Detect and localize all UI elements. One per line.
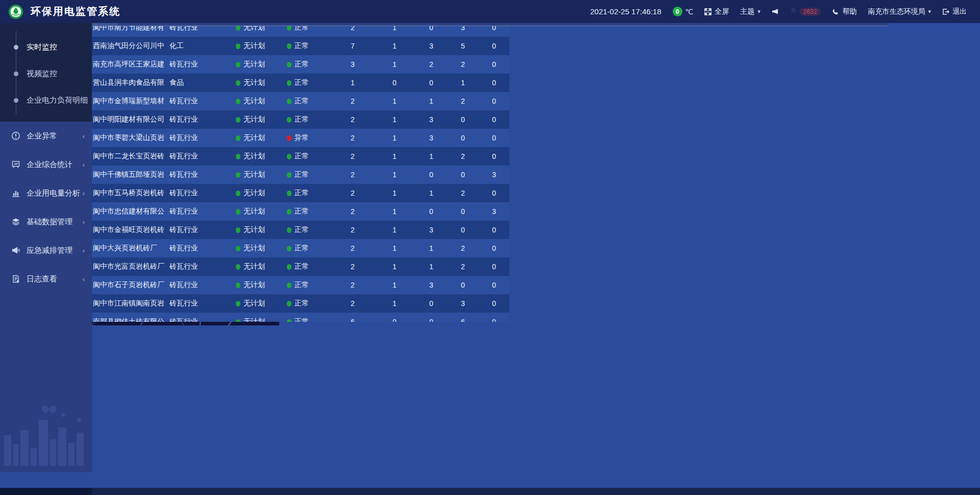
cell-treatment: 正常	[280, 60, 332, 69]
cell-monitor-points: 3	[332, 60, 374, 68]
sidebar-group-1[interactable]: 企业异常‹	[0, 122, 92, 150]
cell-total-meter: 0	[374, 79, 415, 87]
cell-industry: 砖瓦行业	[169, 244, 227, 253]
cell-stop-limit: 无计划	[227, 317, 280, 322]
cell-total-meter: 1	[374, 97, 415, 105]
cell-industry: 食品	[169, 78, 227, 87]
fullscreen-button[interactable]: 全屏	[704, 7, 729, 16]
sidebar-group-6[interactable]: 日志查看‹	[0, 265, 92, 293]
theme-dropdown[interactable]: 主题 ▾	[740, 7, 761, 16]
exit-icon	[942, 8, 949, 15]
sidebar-group-5[interactable]: 应急减排管理‹	[0, 236, 92, 265]
sidebar-item-0[interactable]: 实时监控	[0, 34, 92, 60]
cell-stop: 5	[447, 42, 479, 50]
cell-industry: 砖瓦行业	[169, 152, 227, 161]
cell-stop-limit: 无计划	[227, 133, 280, 143]
cell-industry: 砖瓦行业	[169, 280, 227, 290]
sidebar-group-4[interactable]: 基础数据管理‹	[0, 207, 92, 236]
chevron-left-icon: ‹	[83, 275, 85, 283]
cell-run: 0	[415, 171, 447, 179]
sidebar-item-1[interactable]: 视频监控	[0, 60, 92, 87]
cell-stop-limit: 无计划	[227, 152, 280, 161]
cell-monitor-points: 2	[332, 207, 374, 216]
chevron-left-icon: ‹	[83, 132, 85, 140]
status-dot-green	[236, 282, 240, 288]
cell-run: 0	[415, 318, 447, 322]
cell-monitor-points: 2	[332, 244, 374, 252]
mute-button[interactable]	[772, 8, 778, 15]
sidebar-menu: 数据监测∨实时监控视频监控企业电力负荷明细企业异常‹企业综合统计‹企业用电量分析…	[0, 0, 92, 293]
status-dot-green	[236, 135, 240, 141]
cell-treatment: 正常	[280, 225, 332, 234]
status-dot-green	[287, 80, 291, 86]
cell-monitor-points: 2	[332, 263, 374, 271]
org-dropdown[interactable]: 南充市生态环境局 ▾	[868, 7, 931, 16]
temperature-value-badge: 0	[673, 7, 682, 16]
cell-stop-limit: 无计划	[227, 60, 280, 69]
chevron-left-icon: ‹	[83, 247, 85, 254]
status-dot-green	[236, 301, 240, 307]
bell-icon	[790, 7, 797, 16]
cell-lost: 0	[479, 281, 509, 289]
cell-stop: 3	[447, 299, 479, 308]
app-logo-icon	[8, 4, 23, 19]
cell-industry: 砖瓦行业	[169, 115, 227, 124]
sidebar-group-3[interactable]: 企业用电量分析‹	[0, 179, 92, 207]
cell-stop: 2	[447, 189, 479, 197]
cell-stop-limit: 无计划	[227, 299, 280, 308]
cell-monitor-points: 2	[332, 189, 374, 197]
cell-stop: 6	[447, 318, 479, 322]
cell-stop: 2	[447, 152, 479, 160]
cell-stop-limit: 无计划	[227, 97, 280, 106]
cell-run: 3	[415, 42, 447, 50]
exit-button[interactable]: 退出	[942, 7, 967, 16]
cell-company: 阆中市金博瑞新型墙材	[93, 97, 169, 106]
cell-treatment: 正常	[280, 262, 332, 271]
cell-stop: 0	[447, 226, 479, 234]
cell-industry: 砖瓦行业	[169, 97, 227, 106]
cell-total-meter: 0	[374, 318, 415, 322]
cell-treatment: 正常	[280, 207, 332, 216]
sidebar-group-label: 企业综合统计	[27, 160, 72, 170]
cell-treatment: 正常	[280, 97, 332, 106]
cell-industry: 砖瓦行业	[169, 60, 227, 69]
status-dot-green	[287, 246, 291, 251]
cell-total-meter: 1	[374, 244, 415, 252]
status-dot-green	[287, 172, 291, 178]
notifications-button[interactable]: 2632	[790, 7, 821, 16]
cell-treatment: 正常	[280, 188, 332, 198]
cell-company: 阆中千佛镇五郎垭页岩	[93, 170, 169, 179]
cell-company: 阆中市五马桥页岩机砖	[93, 188, 169, 198]
help-button[interactable]: 帮助	[832, 7, 856, 16]
status-dot-green	[287, 154, 291, 159]
sidebar-item-label: 视频监控	[27, 69, 57, 79]
status-dot-green	[236, 99, 240, 104]
sidebar-item-2[interactable]: 企业电力负荷明细	[0, 87, 92, 113]
sidebar-group-2[interactable]: 企业综合统计‹	[0, 150, 92, 179]
app: 环保用电监管系统 2021-02-25 17:46:18 0 ℃ 全屏 主题 ▾…	[0, 0, 980, 495]
chevron-left-icon: ‹	[83, 190, 85, 197]
sidebar-skyline-decoration	[0, 399, 92, 466]
cell-company: 阆中市金福旺页岩机砖	[93, 225, 169, 234]
cell-run: 3	[415, 281, 447, 289]
cell-company: 西南油气田分公司川中	[93, 41, 169, 51]
status-dot-green	[236, 117, 240, 123]
cell-stop-limit: 无计划	[227, 280, 280, 290]
status-dot-green	[236, 264, 240, 270]
cell-total-meter: 1	[374, 281, 415, 289]
cell-total-meter: 1	[374, 299, 415, 308]
status-dot-green	[236, 209, 240, 215]
cell-monitor-points: 1	[332, 79, 374, 87]
caret-down-icon: ▾	[928, 8, 931, 15]
cell-run: 1	[415, 189, 447, 197]
status-dot-green	[287, 209, 291, 215]
app-title: 环保用电监管系统	[31, 5, 120, 18]
status-dot-green	[287, 191, 291, 196]
cell-lost: 0	[479, 263, 509, 271]
datetime-label: 2021-02-25 17:46:18	[590, 7, 661, 16]
cell-stop: 1	[447, 79, 479, 87]
cell-stop-limit: 无计划	[227, 170, 280, 179]
cell-lost: 0	[479, 115, 509, 124]
cell-total-meter: 1	[374, 263, 415, 271]
board-icon	[11, 160, 20, 169]
